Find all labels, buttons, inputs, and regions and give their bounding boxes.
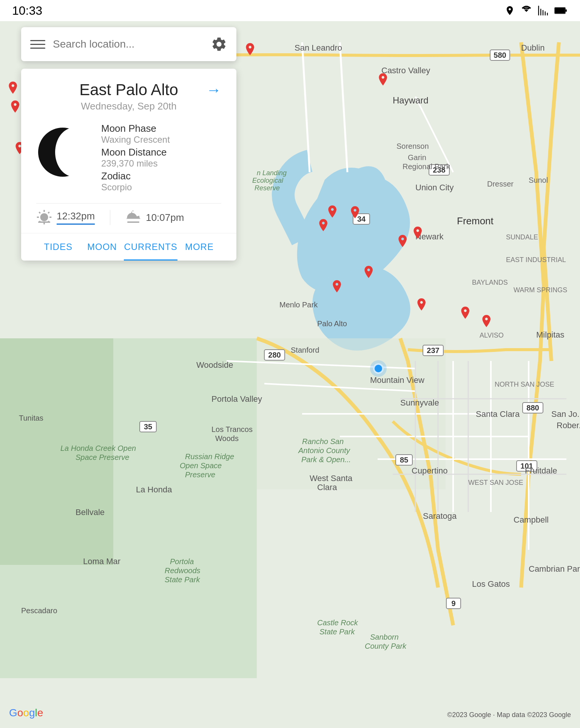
info-card: East Palo Alto → Wednesday, Sep 20th Moo… <box>21 69 236 261</box>
hamburger-menu-button[interactable] <box>30 37 45 52</box>
tab-tides[interactable]: TIDES <box>36 233 80 261</box>
svg-text:Cupertino: Cupertino <box>412 466 447 475</box>
map-attribution: ©2023 Google · Map data ©2023 Google <box>447 711 571 719</box>
svg-text:85: 85 <box>400 456 408 464</box>
svg-text:Campbell: Campbell <box>514 515 549 524</box>
svg-text:Rober...: Rober... <box>557 421 580 430</box>
svg-text:Dublin: Dublin <box>521 43 545 52</box>
svg-text:Ecological: Ecological <box>252 177 284 184</box>
moon-distance-row: Moon Distance 239,370 miles <box>101 147 221 169</box>
svg-text:Woodside: Woodside <box>196 360 233 370</box>
svg-text:Tunitas: Tunitas <box>19 414 43 422</box>
navigate-arrow-button[interactable]: → <box>206 82 221 99</box>
zodiac-label: Zodiac <box>101 170 221 182</box>
location-icon <box>504 5 515 16</box>
svg-point-44 <box>370 360 387 377</box>
svg-text:Stanford: Stanford <box>291 346 319 354</box>
svg-text:Los Gatos: Los Gatos <box>472 579 510 589</box>
tide-divider <box>110 210 110 225</box>
moon-distance-label: Moon Distance <box>101 147 221 158</box>
battery-icon <box>554 5 568 16</box>
location-name: East Palo Alto <box>79 81 178 99</box>
svg-text:n Landing: n Landing <box>257 169 287 177</box>
svg-text:NORTH SAN JOSE: NORTH SAN JOSE <box>495 381 554 388</box>
tab-moon[interactable]: MOON <box>80 233 124 261</box>
svg-text:Cambrian Park: Cambrian Park <box>529 564 580 574</box>
tab-more[interactable]: MORE <box>177 233 221 261</box>
moon-phase-row: Moon Phase Waxing Crescent <box>101 123 221 145</box>
svg-text:Pescadaro: Pescadaro <box>21 606 57 615</box>
svg-text:Milpitas: Milpitas <box>536 330 565 339</box>
svg-text:Sunol: Sunol <box>529 176 548 184</box>
svg-text:Palo Alto: Palo Alto <box>317 319 347 328</box>
search-bar <box>21 27 236 61</box>
svg-text:Sorenson: Sorenson <box>396 142 429 150</box>
status-icons <box>504 5 568 16</box>
svg-text:Bellvale: Bellvale <box>76 507 105 517</box>
svg-text:Saratoga: Saratoga <box>423 511 457 521</box>
svg-text:Space Preserve: Space Preserve <box>76 453 129 461</box>
svg-text:Hayward: Hayward <box>393 95 429 105</box>
svg-text:EAST INDUSTRIAL: EAST INDUSTRIAL <box>506 256 566 264</box>
settings-button[interactable] <box>211 36 227 52</box>
svg-text:Antonio County: Antonio County <box>298 446 350 455</box>
search-location-input[interactable] <box>53 38 203 50</box>
moon-info: Moon Phase Waxing Crescent Moon Distance… <box>101 123 221 194</box>
svg-text:Los Trancos: Los Trancos <box>211 425 253 433</box>
svg-text:Portola Valley: Portola Valley <box>211 394 262 404</box>
svg-text:Santa Clara: Santa Clara <box>476 409 520 419</box>
sunset-time: 10:07pm <box>146 212 184 224</box>
navigation-tabs: TIDES MOON CURRENTS MORE <box>21 233 236 261</box>
svg-text:State Park: State Park <box>319 628 355 636</box>
svg-text:La Honda: La Honda <box>136 485 172 494</box>
svg-text:Sunnyvale: Sunnyvale <box>400 398 439 407</box>
moon-phase-value: Waxing Crescent <box>101 134 221 145</box>
svg-text:35: 35 <box>144 423 152 431</box>
svg-text:SUNDALE: SUNDALE <box>506 233 538 241</box>
svg-text:Union City: Union City <box>415 183 454 192</box>
status-bar: 10:33 <box>0 0 580 21</box>
svg-text:San Leandro: San Leandro <box>295 43 342 52</box>
svg-text:Open Space: Open Space <box>180 461 222 470</box>
svg-text:Fremont: Fremont <box>457 215 494 227</box>
sunrise-item: 12:32pm <box>36 210 95 225</box>
svg-text:Clara: Clara <box>317 483 337 492</box>
moon-phase-image <box>36 126 89 179</box>
svg-text:Mountain View: Mountain View <box>370 375 424 385</box>
moon-section: Moon Phase Waxing Crescent Moon Distance… <box>36 123 221 194</box>
svg-text:280: 280 <box>268 351 281 359</box>
signal-icon <box>538 5 548 16</box>
wifi-icon <box>521 5 532 16</box>
svg-text:Loma Mar: Loma Mar <box>83 557 120 566</box>
tab-currents[interactable]: CURRENTS <box>124 233 177 261</box>
svg-text:County Park: County Park <box>365 642 407 650</box>
svg-text:Dresser: Dresser <box>487 180 514 188</box>
zodiac-row: Zodiac Scorpio <box>101 170 221 193</box>
svg-text:237: 237 <box>427 346 439 355</box>
svg-text:Park & Open...: Park & Open... <box>301 455 351 464</box>
svg-text:Sanborn: Sanborn <box>370 633 399 641</box>
card-header: East Palo Alto → <box>36 81 221 99</box>
svg-text:Fruitdale: Fruitdale <box>525 466 557 475</box>
svg-rect-2 <box>555 8 565 13</box>
svg-text:BAYLANDS: BAYLANDS <box>472 279 508 286</box>
svg-text:WEST SAN JOSE: WEST SAN JOSE <box>468 479 523 486</box>
svg-text:Redwoods: Redwoods <box>165 566 201 575</box>
svg-text:Castro Valley: Castro Valley <box>381 66 430 75</box>
svg-text:Reserve: Reserve <box>255 184 280 192</box>
svg-text:State Park: State Park <box>165 575 200 584</box>
svg-text:Portola: Portola <box>170 557 194 566</box>
svg-text:La Honda Creek Open: La Honda Creek Open <box>60 444 136 452</box>
location-date: Wednesday, Sep 20th <box>36 100 221 112</box>
moon-phase-label: Moon Phase <box>101 123 221 134</box>
zodiac-value: Scorpio <box>101 182 221 193</box>
svg-text:580: 580 <box>494 51 506 59</box>
moon-distance-value: 239,370 miles <box>101 158 221 169</box>
svg-text:Woods: Woods <box>215 434 239 443</box>
google-logo: Google <box>9 707 43 719</box>
svg-rect-1 <box>565 9 567 12</box>
svg-text:San Jo...: San Jo... <box>551 409 580 419</box>
svg-text:WARM SPRINGS: WARM SPRINGS <box>514 286 567 294</box>
svg-text:Rancho San: Rancho San <box>302 437 344 446</box>
svg-text:880: 880 <box>526 404 539 412</box>
